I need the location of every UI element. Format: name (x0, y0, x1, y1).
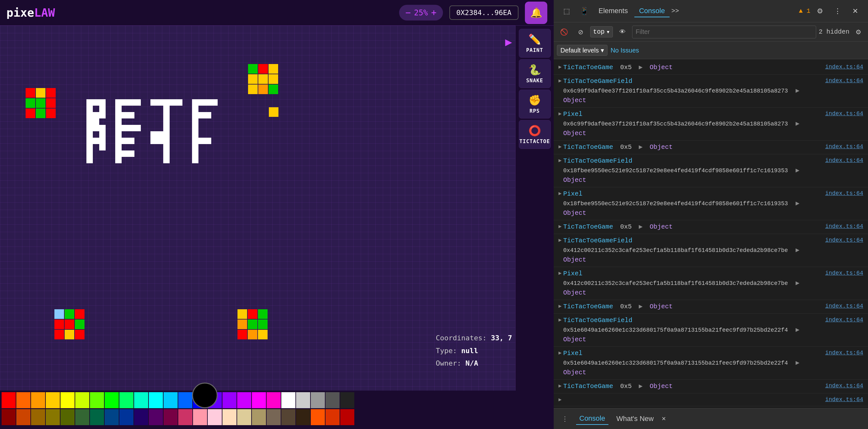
color-swatch[interactable] (46, 409, 60, 425)
color-swatch[interactable] (296, 409, 310, 425)
color-swatch[interactable] (90, 409, 104, 425)
entry-link[interactable]: index.ts:64 (825, 143, 863, 151)
tab-more[interactable]: >> (671, 7, 679, 15)
color-swatch[interactable] (237, 409, 251, 425)
color-swatch[interactable] (193, 409, 207, 425)
device-icon-button[interactable]: 📱 (576, 3, 592, 19)
color-swatch[interactable] (208, 409, 222, 425)
eye-icon-button[interactable]: 👁 (616, 25, 629, 39)
expand-arrow-collapsed[interactable]: ▶ (558, 396, 562, 404)
filter-input[interactable] (632, 26, 816, 38)
color-swatch[interactable] (163, 392, 178, 408)
entry-link[interactable]: index.ts:64 (825, 316, 863, 324)
default-levels-button[interactable]: Default levels ▾ (557, 45, 608, 56)
color-swatch[interactable] (46, 392, 60, 408)
zoom-plus-button[interactable]: + (431, 7, 437, 18)
entry-link[interactable]: index.ts:64 (825, 236, 863, 245)
zoom-minus-button[interactable]: − (405, 7, 411, 18)
color-swatch[interactable] (311, 392, 325, 408)
color-swatch[interactable] (178, 409, 192, 425)
entry-link[interactable]: index.ts:64 (825, 302, 863, 311)
expand-arrow[interactable]: ▶ (558, 110, 562, 118)
entry-link[interactable]: index.ts:64 (825, 349, 863, 357)
expand-arrow[interactable]: ▶ (558, 382, 562, 390)
expand-arrow[interactable]: ▶ (558, 223, 562, 231)
expand-arrow[interactable]: ▶ (558, 270, 562, 277)
wallet-button[interactable]: 0X2384...96EA (450, 5, 519, 20)
expand-arrow[interactable]: ▶ (558, 349, 562, 357)
color-swatch[interactable] (2, 392, 16, 408)
tab-console[interactable]: Console (634, 5, 670, 17)
color-swatch[interactable] (178, 392, 192, 408)
entry-link[interactable]: index.ts:64 (825, 110, 863, 118)
kebab-icon-button[interactable]: ⋮ (830, 3, 846, 19)
canvas-area[interactable]: ▶ (0, 26, 554, 391)
block-icon-button[interactable]: ⊘ (574, 25, 588, 39)
color-swatch[interactable] (16, 392, 30, 408)
entry-link[interactable]: index.ts:64 (825, 269, 863, 278)
entry-link[interactable]: index.ts:64 (825, 381, 863, 390)
color-swatch[interactable] (252, 409, 266, 425)
expand-arrow[interactable]: ▶ (558, 237, 562, 244)
color-swatch[interactable] (31, 392, 45, 408)
color-swatch[interactable] (2, 409, 16, 425)
expand-arrow[interactable]: ▶ (558, 316, 562, 324)
color-swatch[interactable] (267, 409, 281, 425)
settings-icon-button[interactable]: ⚙ (812, 3, 828, 19)
entry-link[interactable]: index.ts:64 (825, 189, 863, 198)
clear-console-button[interactable]: 🚫 (557, 25, 571, 39)
color-swatch[interactable] (340, 392, 354, 408)
color-swatch[interactable] (163, 409, 178, 425)
color-swatch[interactable] (134, 409, 148, 425)
expand-arrow[interactable]: ▶ (558, 303, 562, 310)
console-log[interactable]: ▶ TicTacToeGame 0x5 ▶ Object index.ts:64… (554, 59, 868, 408)
arrow-indicator[interactable]: ▶ (505, 35, 512, 49)
expand-arrow[interactable]: ▶ (558, 143, 562, 151)
bell-button[interactable]: 🔔 (525, 2, 547, 24)
color-swatch[interactable] (16, 409, 30, 425)
color-swatch[interactable] (222, 392, 237, 408)
color-swatch[interactable] (105, 392, 119, 408)
expand-arrow[interactable]: ▶ (558, 63, 562, 71)
color-swatch[interactable] (237, 392, 251, 408)
color-swatch[interactable] (75, 409, 89, 425)
whats-new-tab-bottom[interactable]: What's New (613, 413, 657, 425)
entry-link[interactable]: index.ts:64 (825, 156, 863, 165)
color-swatch[interactable] (222, 409, 237, 425)
color-swatch[interactable] (252, 392, 266, 408)
color-swatch[interactable] (149, 392, 163, 408)
snake-tool-button[interactable]: 🐍 SNAKE (519, 59, 551, 88)
tab-elements[interactable]: Elements (594, 5, 633, 17)
top-dropdown[interactable]: top ▾ (590, 26, 613, 37)
paint-tool-button[interactable]: ✏️ PAINT (519, 29, 551, 58)
color-swatch[interactable] (281, 392, 296, 408)
color-swatch[interactable] (340, 409, 354, 425)
color-swatch[interactable] (311, 409, 325, 425)
color-swatch[interactable] (326, 392, 340, 408)
color-swatch[interactable] (149, 409, 163, 425)
more-options-icon-button[interactable]: ⋮ (558, 412, 571, 425)
close-bottom-button[interactable]: × (661, 415, 666, 423)
entry-link[interactable]: index.ts:64 (825, 395, 863, 404)
expand-arrow[interactable]: ▶ (558, 157, 562, 164)
color-swatch[interactable] (61, 409, 74, 425)
entry-link[interactable]: index.ts:64 (825, 76, 863, 85)
color-swatch[interactable] (105, 409, 119, 425)
entry-link[interactable]: index.ts:64 (825, 63, 863, 71)
rps-tool-button[interactable]: ✊ RPS (519, 90, 551, 119)
color-swatch[interactable] (281, 409, 296, 425)
close-panel-button[interactable]: ✕ (847, 3, 863, 19)
tictactoe-tool-button[interactable]: ⭕ TICTACTOE (519, 120, 551, 149)
filter-gear-button[interactable]: ⚙ (852, 26, 865, 38)
color-swatch[interactable] (134, 392, 148, 408)
color-swatch[interactable] (119, 409, 133, 425)
color-swatch[interactable] (90, 392, 104, 408)
color-swatch[interactable] (119, 392, 133, 408)
color-swatch[interactable] (31, 409, 45, 425)
color-swatch[interactable] (61, 392, 74, 408)
expand-arrow[interactable]: ▶ (558, 190, 562, 197)
color-swatch[interactable] (267, 392, 281, 408)
expand-arrow[interactable]: ▶ (558, 77, 562, 85)
no-issues-button[interactable]: No Issues (611, 47, 639, 54)
selected-color[interactable] (192, 382, 218, 408)
